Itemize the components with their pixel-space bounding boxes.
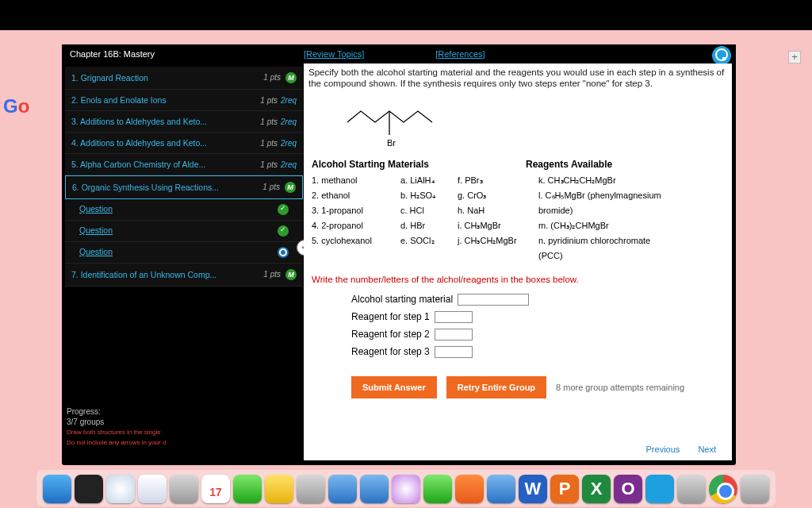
compound-structure: Br xyxy=(343,100,439,149)
topic-4[interactable]: 4. Additions to Aldehydes and Keto... 1 … xyxy=(65,133,303,154)
word-icon[interactable]: W xyxy=(519,475,547,503)
reagent-step2-input[interactable] xyxy=(435,329,473,341)
topic-label: 1. Grignard Reaction xyxy=(71,73,148,83)
reagent-option: n. pyridinium chlorochromate (PCC) xyxy=(538,233,673,264)
reagent-option: j. CH₃CH₂MgBr xyxy=(458,233,529,248)
progress-indicator: Progress: 3/7 groups Draw both structure… xyxy=(67,406,166,448)
google-logo-fragment: Go xyxy=(3,95,29,117)
question-instruction: Specify both the alcohol starting materi… xyxy=(304,64,732,95)
reagent-option: e. SOCl₂ xyxy=(400,233,448,248)
reagent-option: a. LiAlH₄ xyxy=(400,173,448,188)
calendar-icon[interactable]: 17 xyxy=(201,475,230,503)
mastery-icon: M xyxy=(285,182,296,193)
alcohol-option: 1. methanol xyxy=(312,173,391,188)
topic-sidebar: 1. Grignard Reaction 1 ptsM 2. Enols and… xyxy=(65,67,303,287)
reagent-option: d. HBr xyxy=(400,218,448,233)
topic-1[interactable]: 1. Grignard Reaction 1 ptsM xyxy=(65,67,303,90)
excel-icon[interactable]: X xyxy=(582,475,611,503)
question-link-3[interactable]: Question xyxy=(65,242,303,264)
reagent-step3-input[interactable] xyxy=(435,346,473,358)
menubar-blackout xyxy=(0,0,812,30)
mastery-icon: M xyxy=(285,269,297,280)
reagent-option: k. CH₃CH₂CH₂MgBr xyxy=(538,173,673,188)
alcohol-option: 5. cyclohexanol xyxy=(312,233,391,248)
skype-icon[interactable] xyxy=(645,475,674,503)
topic-7[interactable]: 7. Identification of an Unknown Comp... … xyxy=(65,264,303,287)
reagent-option: m. (CH₃)₂CHMgBr xyxy=(538,218,673,233)
macos-dock: 17 W P X O xyxy=(36,470,776,506)
safari-icon[interactable] xyxy=(106,475,135,503)
chrome-icon[interactable] xyxy=(709,475,737,503)
question-link-2[interactable]: Question xyxy=(65,221,303,242)
topic-label: 7. Identification of an Unknown Comp... xyxy=(71,270,216,279)
notes-icon[interactable] xyxy=(265,475,293,503)
alcohol-option: 2. ethanol xyxy=(312,188,391,203)
current-icon xyxy=(278,247,289,258)
step1-label: Reagent for step 1 xyxy=(351,311,430,322)
alcohol-heading: Alcohol Starting Materials xyxy=(312,159,518,170)
appstore-icon[interactable] xyxy=(487,475,515,503)
answer-form: Alcohol starting material Reagent for st… xyxy=(351,291,732,360)
topic-label: 5. Alpha Carbon Chemistry of Alde... xyxy=(71,160,205,169)
submit-answer-button[interactable]: Submit Answer xyxy=(351,376,437,398)
photos-icon[interactable] xyxy=(360,475,389,503)
next-link[interactable]: Next xyxy=(698,444,716,454)
facetime-icon[interactable] xyxy=(423,475,452,503)
review-topics-link[interactable]: [Review Topics] xyxy=(304,49,364,62)
reminders-icon[interactable] xyxy=(297,475,325,503)
topic-label: 2. Enols and Enolate Ions xyxy=(71,95,167,105)
reagent-option: h. NaH xyxy=(458,203,529,218)
answer-prompt: Write the number/letters of the alchol/r… xyxy=(312,275,732,284)
itunes-icon[interactable] xyxy=(392,475,420,503)
help-icon[interactable] xyxy=(712,46,731,65)
topic-label: 4. Additions to Aldehydes and Keto... xyxy=(71,138,207,148)
previous-link[interactable]: Previous xyxy=(646,444,680,454)
check-icon xyxy=(278,204,289,215)
alcohol-option: 4. 2-propanol xyxy=(312,218,391,233)
reagent-option: i. CH₃MgBr xyxy=(458,218,529,233)
launchpad-icon[interactable] xyxy=(75,475,103,503)
owl-window: Chapter 16B: Mastery [Review Topics] [Re… xyxy=(62,44,736,465)
maps-icon[interactable] xyxy=(328,475,357,503)
topic-3[interactable]: 3. Additions to Aldehydes and Keto... 1 … xyxy=(65,111,303,133)
references-link[interactable]: [References] xyxy=(435,49,485,62)
reagent-option: c. HCl xyxy=(400,203,448,218)
materials-grid: 1. methanol 2. ethanol 3. 1-propanol 4. … xyxy=(304,173,732,264)
starting-label: Alcohol starting material xyxy=(351,294,453,305)
reagent-option: f. PBr₃ xyxy=(458,173,529,188)
reagents-heading: Reagents Available xyxy=(526,159,732,170)
reagent-step1-input[interactable] xyxy=(435,311,473,323)
attempts-remaining: 8 more group attempts remaining xyxy=(556,383,684,392)
check-icon xyxy=(278,225,289,237)
topic-5[interactable]: 5. Alpha Carbon Chemistry of Alde... 1 p… xyxy=(65,154,303,175)
reagent-option: g. CrO₃ xyxy=(458,188,529,203)
onenote-icon[interactable]: O xyxy=(614,475,642,503)
mail-icon[interactable] xyxy=(138,475,167,503)
preferences-icon[interactable] xyxy=(677,475,706,503)
ibooks-icon[interactable] xyxy=(455,475,484,503)
alcohol-option: 3. 1-propanol xyxy=(312,203,391,218)
step3-label: Reagent for step 3 xyxy=(351,346,430,357)
reagent-option: l. C₆H₅MgBr (phenylmagnesium bromide) xyxy=(538,188,673,218)
br-label: Br xyxy=(387,138,396,148)
question-pane: Specify both the alcohol starting materi… xyxy=(304,64,732,460)
new-tab-button[interactable]: + xyxy=(788,51,801,64)
messages-icon[interactable] xyxy=(233,475,262,503)
contacts-icon[interactable] xyxy=(170,475,198,503)
finder-icon[interactable] xyxy=(43,475,71,503)
retry-group-button[interactable]: Retry Entire Group xyxy=(446,376,546,398)
topic-2[interactable]: 2. Enols and Enolate Ions 1 pts2req xyxy=(65,90,303,111)
powerpoint-icon[interactable]: P xyxy=(550,475,579,503)
chapter-title: Chapter 16B: Mastery xyxy=(70,49,304,62)
reagent-option: b. H₂SO₄ xyxy=(400,188,448,203)
topic-label: 6. Organic Synthesis Using Reactions... xyxy=(72,183,219,192)
step2-label: Reagent for step 2 xyxy=(351,329,430,340)
starting-material-input[interactable] xyxy=(458,294,529,306)
mastery-icon: M xyxy=(285,72,297,83)
question-link-1[interactable]: Question xyxy=(65,199,303,221)
trash-icon[interactable] xyxy=(741,475,769,503)
topic-6-current[interactable]: 6. Organic Synthesis Using Reactions... … xyxy=(65,175,303,199)
topic-label: 3. Additions to Aldehydes and Keto... xyxy=(71,117,207,126)
